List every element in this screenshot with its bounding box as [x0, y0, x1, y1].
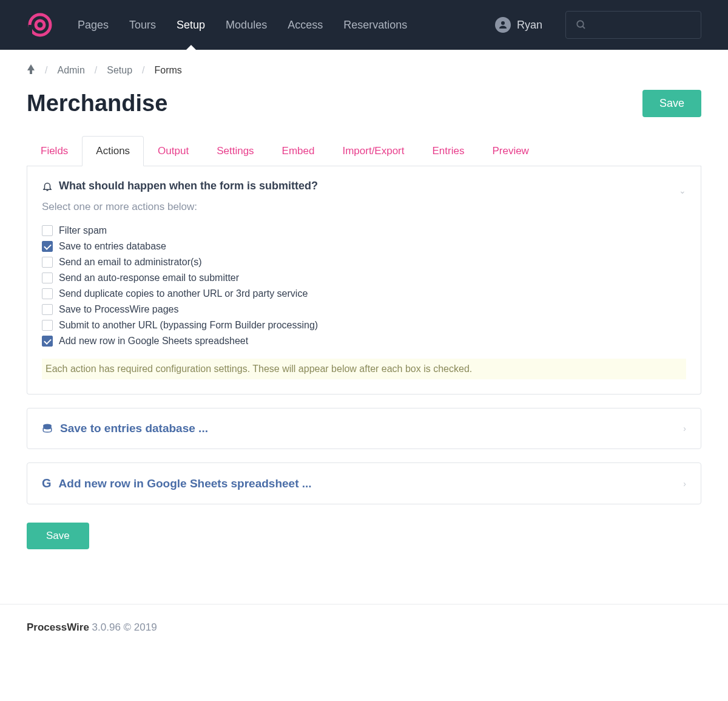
- chevron-right-icon: ›: [683, 424, 686, 433]
- breadcrumb-sep: /: [45, 65, 47, 76]
- svg-point-0: [30, 15, 50, 35]
- nav-setup[interactable]: Setup: [177, 0, 205, 50]
- nav-tours[interactable]: Tours: [129, 0, 156, 50]
- checkbox-icon: [42, 241, 53, 252]
- chevron-down-icon[interactable]: ⌄: [679, 186, 686, 195]
- option-label: Send an email to administrator(s): [59, 257, 202, 268]
- tab-fields[interactable]: Fields: [27, 136, 82, 166]
- tree-icon[interactable]: [27, 64, 35, 76]
- tab-embed[interactable]: Embed: [268, 136, 329, 166]
- chevron-right-icon: ›: [683, 479, 686, 489]
- breadcrumb-forms: Forms: [155, 65, 182, 76]
- option-label: Save to ProcessWire pages: [59, 304, 178, 315]
- user-icon: [495, 17, 511, 33]
- logo[interactable]: [27, 12, 53, 38]
- breadcrumb-sep: /: [142, 65, 144, 76]
- checkbox-icon: [42, 336, 53, 347]
- topbar: PagesToursSetupModulesAccessReservations…: [0, 0, 728, 50]
- option-checkbox[interactable]: Send an auto-response email to submitter: [42, 273, 686, 283]
- checkbox-icon: [42, 273, 53, 283]
- tab-actions[interactable]: Actions: [82, 136, 144, 166]
- option-label: Filter spam: [59, 225, 107, 236]
- save-button-bottom[interactable]: Save: [27, 523, 89, 549]
- google-icon: G: [42, 476, 52, 490]
- tab-preview[interactable]: Preview: [478, 136, 542, 166]
- footer: ProcessWire 3.0.96 © 2019: [0, 604, 728, 651]
- checkbox-icon: [42, 320, 53, 331]
- panel-title: What should happen when the form is subm…: [42, 180, 318, 192]
- topbar-right: Ryan: [495, 11, 701, 39]
- tabs: FieldsActionsOutputSettingsEmbedImport/E…: [27, 135, 701, 166]
- nav-access[interactable]: Access: [288, 0, 323, 50]
- option-checkbox[interactable]: Send an email to administrator(s): [42, 257, 686, 268]
- tab-output[interactable]: Output: [144, 136, 203, 166]
- checkbox-icon: [42, 288, 53, 299]
- option-checkbox[interactable]: Add new row in Google Sheets spreadsheet: [42, 336, 686, 347]
- svg-line-5: [582, 26, 585, 29]
- nav-modules[interactable]: Modules: [226, 0, 267, 50]
- panel-note: Each action has required configuration s…: [42, 359, 686, 379]
- option-label: Send duplicate copies to another URL or …: [59, 288, 308, 299]
- bell-icon: [42, 181, 53, 192]
- option-checkbox[interactable]: Save to entries database: [42, 241, 686, 252]
- footer-version: 3.0.96 © 2019: [92, 621, 157, 633]
- svg-point-3: [501, 21, 505, 25]
- actions-panel: What should happen when the form is subm…: [27, 166, 701, 395]
- options-list: Filter spamSave to entries databaseSend …: [42, 225, 686, 347]
- footer-brand: ProcessWire: [27, 621, 89, 633]
- user-name: Ryan: [517, 19, 542, 32]
- nav-reservations[interactable]: Reservations: [343, 0, 407, 50]
- checkbox-icon: [42, 257, 53, 268]
- collapse-save-entries[interactable]: Save to entries database ... ›: [27, 408, 701, 449]
- collapse-google-sheets[interactable]: G Add new row in Google Sheets spreadshe…: [27, 462, 701, 504]
- content: / Admin / Setup / Forms Merchandise Save…: [0, 50, 728, 574]
- option-label: Save to entries database: [59, 241, 166, 252]
- breadcrumb-sep: /: [95, 65, 97, 76]
- tab-entries[interactable]: Entries: [419, 136, 479, 166]
- tab-settings[interactable]: Settings: [203, 136, 268, 166]
- main-nav: PagesToursSetupModulesAccessReservations: [78, 0, 407, 50]
- option-checkbox[interactable]: Save to ProcessWire pages: [42, 304, 686, 315]
- svg-point-1: [36, 21, 44, 29]
- database-icon: [42, 423, 53, 434]
- breadcrumb-admin[interactable]: Admin: [57, 65, 84, 76]
- option-label: Submit to another URL (bypassing Form Bu…: [59, 320, 318, 331]
- nav-pages[interactable]: Pages: [78, 0, 109, 50]
- breadcrumb: / Admin / Setup / Forms: [27, 64, 701, 76]
- tab-import-export[interactable]: Import/Export: [328, 136, 418, 166]
- page-title: Merchandise: [27, 90, 167, 117]
- breadcrumb-setup[interactable]: Setup: [107, 65, 132, 76]
- checkbox-icon: [42, 225, 53, 236]
- checkbox-icon: [42, 304, 53, 315]
- save-button-top[interactable]: Save: [642, 90, 701, 117]
- search-icon: [576, 19, 587, 30]
- svg-rect-2: [29, 25, 32, 38]
- option-checkbox[interactable]: Submit to another URL (bypassing Form Bu…: [42, 320, 686, 331]
- option-checkbox[interactable]: Send duplicate copies to another URL or …: [42, 288, 686, 299]
- search-input[interactable]: [565, 11, 701, 39]
- svg-point-4: [577, 21, 584, 27]
- option-checkbox[interactable]: Filter spam: [42, 225, 686, 236]
- option-label: Send an auto-response email to submitter: [59, 273, 239, 283]
- user-menu[interactable]: Ryan: [495, 17, 542, 33]
- option-label: Add new row in Google Sheets spreadsheet: [59, 336, 248, 347]
- page-header: Merchandise Save: [27, 90, 701, 117]
- panel-desc: Select one or more actions below:: [42, 201, 686, 213]
